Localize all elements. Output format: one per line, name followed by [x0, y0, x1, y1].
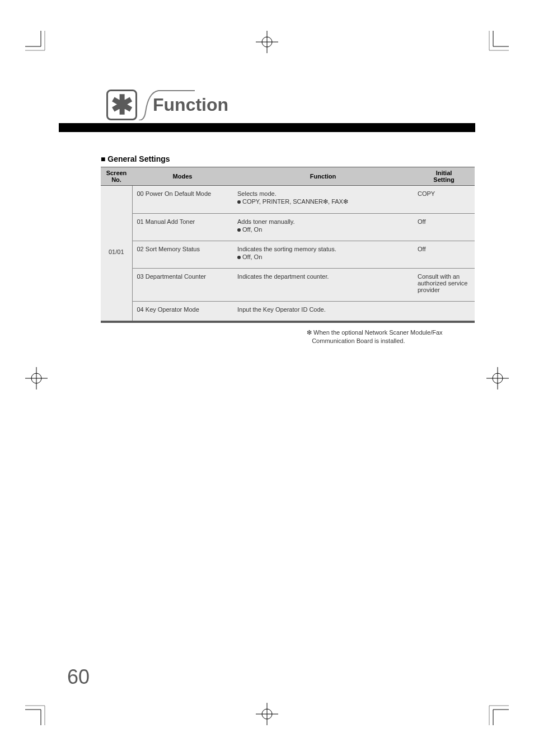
registration-mark-icon — [486, 367, 509, 389]
table-row: 01 Manual Add Toner Adds toner manually.… — [101, 214, 475, 241]
settings-table: ScreenNo. Modes Function InitialSetting … — [101, 167, 475, 323]
bullet-icon — [237, 256, 241, 259]
setting-cell: Consult with an authorized service provi… — [413, 269, 475, 302]
col-header-initial-setting: InitialSetting — [413, 167, 475, 186]
section-heading-general-settings: ■ General Settings — [101, 154, 475, 163]
setting-cell: Off — [413, 214, 475, 241]
mode-cell: 03 Departmental Counter — [132, 269, 233, 302]
function-cell: Selects mode. COPY, PRINTER, SCANNER❇, F… — [233, 186, 413, 214]
screen-no-cell: 01/01 — [101, 186, 132, 322]
footnote-mark-icon: ❇ — [307, 329, 312, 336]
page-number: 60 — [67, 665, 90, 689]
mode-cell: 02 Sort Memory Status — [132, 241, 233, 269]
settings-table-container: ScreenNo. Modes Function InitialSetting … — [101, 167, 475, 323]
table-header-row: ScreenNo. Modes Function InitialSetting — [101, 167, 475, 186]
bullet-icon — [237, 200, 241, 204]
col-header-modes: Modes — [132, 167, 233, 186]
crop-mark-icon — [486, 703, 509, 725]
col-header-screen-no: ScreenNo. — [101, 167, 132, 186]
title-tab: Function — [142, 90, 228, 120]
crop-mark-icon — [486, 31, 509, 53]
crop-mark-icon — [25, 703, 48, 725]
function-cell: Adds toner manually. Off, On — [233, 214, 413, 241]
section-icon-box: ✱ — [106, 90, 137, 120]
crop-mark-icon — [25, 31, 48, 53]
registration-mark-icon — [256, 703, 278, 725]
header-divider-bar — [59, 123, 475, 132]
registration-mark-icon — [25, 367, 48, 389]
function-cell: Indicates the department counter. — [233, 269, 413, 302]
col-header-function: Function — [233, 167, 413, 186]
footnote: ❇ When the optional Network Scaner Modul… — [101, 328, 475, 346]
mode-cell: 00 Power On Default Mode — [132, 186, 233, 214]
footnote-text-line2: Communication Board is installed. — [312, 337, 405, 344]
bullet-icon — [237, 228, 241, 232]
page-header: ✱ Function — [59, 90, 475, 120]
table-row: 04 Key Operator Mode Input the Key Opera… — [101, 302, 475, 322]
mode-cell: 01 Manual Add Toner — [132, 214, 233, 241]
table-row: 03 Departmental Counter Indicates the de… — [101, 269, 475, 302]
setting-cell: Off — [413, 241, 475, 269]
table-row: 01/01 00 Power On Default Mode Selects m… — [101, 186, 475, 214]
setting-cell: COPY — [413, 186, 475, 214]
function-cell: Indicates the sorting memory status. Off… — [233, 241, 413, 269]
function-cell: Input the Key Operator ID Code. — [233, 302, 413, 322]
registration-mark-icon — [256, 31, 278, 53]
footnote-text-line1: When the optional Network Scaner Module/… — [313, 329, 443, 336]
page-title: Function — [153, 95, 228, 115]
setting-cell — [413, 302, 475, 322]
asterisk-icon: ✱ — [111, 92, 133, 119]
table-row: 02 Sort Memory Status Indicates the sort… — [101, 241, 475, 269]
mode-cell: 04 Key Operator Mode — [132, 302, 233, 322]
